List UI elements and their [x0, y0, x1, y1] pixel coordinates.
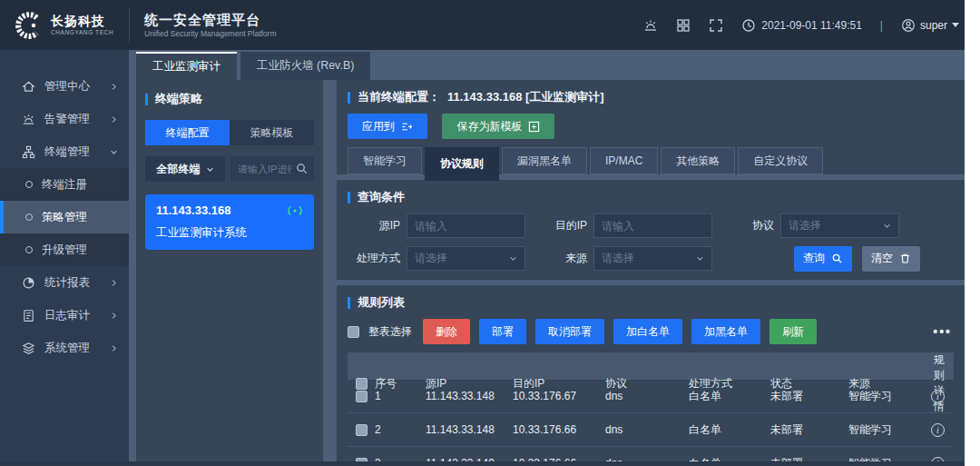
app-title-block: 统一安全管理平台 Unified Security Management Pla…	[129, 8, 277, 43]
sidebar-item-terminal-management[interactable]: 终端管理	[0, 135, 129, 168]
user-menu[interactable]: super	[901, 18, 959, 33]
config-actions: 应用到 保存为新模板	[348, 114, 954, 139]
sidebar-item-upgrade-management[interactable]: 升级管理	[0, 233, 129, 266]
sidebar-item-statistics-report[interactable]: 统计报表	[0, 266, 129, 299]
sidebar-item-terminal-register[interactable]: 终端注册	[0, 168, 129, 201]
pie-chart-icon	[22, 276, 35, 290]
chevron-down-icon	[206, 165, 214, 174]
handle-mode-select[interactable]: 请选择	[407, 246, 525, 271]
trash-icon	[899, 253, 911, 264]
ip-search-box	[230, 156, 314, 182]
layers-icon	[22, 342, 35, 355]
search-icon[interactable]	[295, 162, 309, 175]
log-document-icon	[22, 309, 35, 322]
brand-logo: 长扬科技 CHANGYANG TECH	[0, 10, 129, 41]
header-toolbar: 2021-09-01 11:49:51 | super	[643, 18, 965, 33]
sidebar-item-label: 日志审计	[44, 308, 90, 323]
delete-button[interactable]: 删除	[423, 319, 470, 344]
app-window: 长扬科技 CHANGYANG TECH 统一安全管理平台 Unified Sec…	[0, 0, 980, 466]
chevron-down-icon	[952, 23, 959, 27]
cell-dst-ip: 10.33.176.67	[513, 390, 605, 402]
apps-grid-icon[interactable]	[676, 18, 691, 33]
add-blacklist-button[interactable]: 加黑名单	[691, 319, 760, 344]
query-button[interactable]: 查询	[794, 246, 852, 272]
tab-vuln-blacklist[interactable]: 漏洞黑名单	[502, 147, 587, 174]
col-protocol: 协议	[605, 376, 689, 392]
brand-name-en: CHANGYANG TECH	[51, 29, 113, 35]
tab-ip-mac[interactable]: IP/MAC	[590, 147, 658, 174]
query-conditions-title: 查询条件	[348, 189, 954, 205]
sidebar-item-log-audit[interactable]: 日志审计	[0, 299, 129, 332]
select-all-label: 整表选择	[368, 324, 412, 340]
cell-handle: 白名单	[689, 422, 770, 438]
deploy-button[interactable]: 部署	[479, 319, 526, 344]
source-select[interactable]: 请选择	[593, 246, 712, 271]
window-bottom-edge	[0, 461, 965, 466]
select-all-checkbox[interactable]	[348, 326, 359, 338]
alarm-beacon-icon[interactable]	[643, 18, 658, 33]
tab-protocol-rules[interactable]: 协议规则	[425, 147, 499, 181]
cell-status: 未部署	[770, 389, 848, 404]
terminal-card-selected[interactable]: 11.143.33.168 工业监测审计系统	[145, 194, 314, 250]
table-row[interactable]: 2 11.143.33.148 10.33.176.66 dns 白名单 未部署…	[348, 413, 954, 447]
sidebar-item-strategy-management[interactable]: 策略管理	[0, 201, 129, 233]
row-checkbox[interactable]	[356, 391, 368, 402]
more-options-icon[interactable]: •••	[933, 324, 954, 339]
apply-arrow-icon	[401, 121, 413, 133]
info-icon[interactable]	[931, 390, 945, 403]
fullscreen-icon[interactable]	[709, 18, 723, 33]
add-whitelist-button[interactable]: 加白名单	[613, 319, 682, 344]
row-checkbox[interactable]	[356, 424, 368, 436]
info-icon[interactable]	[931, 423, 945, 437]
current-config-title: 当前终端配置： 11.143.33.168 [工业监测审计]	[348, 89, 954, 105]
config-tab-bar: 智能学习 协议规则 漏洞黑名单 IP/MAC 其他策略 自定义协议	[348, 147, 954, 181]
cell-dst-ip: 10.33.176.66	[513, 423, 605, 436]
brand-name: 长扬科技	[51, 15, 113, 28]
signal-online-icon	[287, 204, 303, 217]
toggle-terminal-config[interactable]: 终端配置	[145, 120, 230, 145]
col-dst-ip: 目的IP	[513, 376, 605, 392]
page-title: 统一安全管理平台	[144, 12, 277, 29]
table-row[interactable]: 3 11.143.33.149 10.33.176.66 dns 白名单 未部署…	[348, 447, 954, 461]
query-conditions-panel: 查询条件 源IP 目的IP 协议 请选择 处理方式 请选择	[337, 180, 965, 280]
protocol-select[interactable]: 请选择	[780, 213, 899, 238]
cell-protocol: dns	[605, 423, 689, 436]
dst-ip-input[interactable]	[593, 213, 712, 238]
header-checkbox[interactable]	[356, 378, 368, 390]
save-as-template-button[interactable]: 保存为新模板	[442, 114, 554, 139]
tab-industrial-firewall[interactable]: 工业防火墙 (Rev.B)	[240, 52, 370, 80]
search-icon	[831, 253, 843, 264]
alarm-icon	[22, 113, 35, 126]
refresh-button[interactable]: 刷新	[769, 319, 817, 344]
sidebar-item-system-management[interactable]: 系统管理	[0, 332, 129, 364]
cell-status: 未部署	[770, 422, 848, 438]
clear-button[interactable]: 清空	[862, 246, 920, 272]
user-avatar-icon	[901, 18, 916, 33]
chevron-right-icon	[110, 115, 118, 124]
chevron-right-icon	[110, 312, 118, 320]
sidebar-item-alarm-management[interactable]: 告警管理	[0, 103, 129, 135]
terminal-ip: 11.143.33.168	[156, 203, 230, 217]
cell-no: 1	[375, 390, 426, 402]
tab-industrial-monitor-audit[interactable]: 工业监测审计	[136, 52, 237, 80]
radio-ring-icon	[25, 246, 33, 253]
apply-to-button[interactable]: 应用到	[348, 114, 427, 139]
sidebar-item-management-center[interactable]: 管理中心	[0, 70, 129, 103]
chevron-down-icon	[696, 254, 704, 263]
all-terminals-select[interactable]: 全部终端	[145, 156, 225, 182]
clock-block: 2021-09-01 11:49:51	[741, 18, 862, 33]
src-ip-input[interactable]	[407, 213, 525, 238]
plus-square-icon	[528, 121, 540, 133]
tab-custom-protocol[interactable]: 自定义协议	[738, 147, 823, 174]
tab-smart-learning[interactable]: 智能学习	[348, 147, 422, 174]
sidebar-item-label: 升级管理	[42, 243, 87, 258]
dst-ip-label: 目的IP	[525, 218, 587, 233]
undeploy-button[interactable]: 取消部署	[535, 319, 604, 344]
terminal-toggle: 终端配置 策略模板	[145, 120, 314, 145]
toggle-strategy-template[interactable]: 策略模板	[230, 120, 314, 145]
query-buttons: 查询 清空	[794, 246, 920, 272]
tab-other-strategy[interactable]: 其他策略	[661, 147, 735, 174]
cell-source: 智能学习	[848, 422, 928, 438]
col-no: 序号	[375, 376, 426, 392]
radio-ring-icon	[25, 181, 33, 188]
